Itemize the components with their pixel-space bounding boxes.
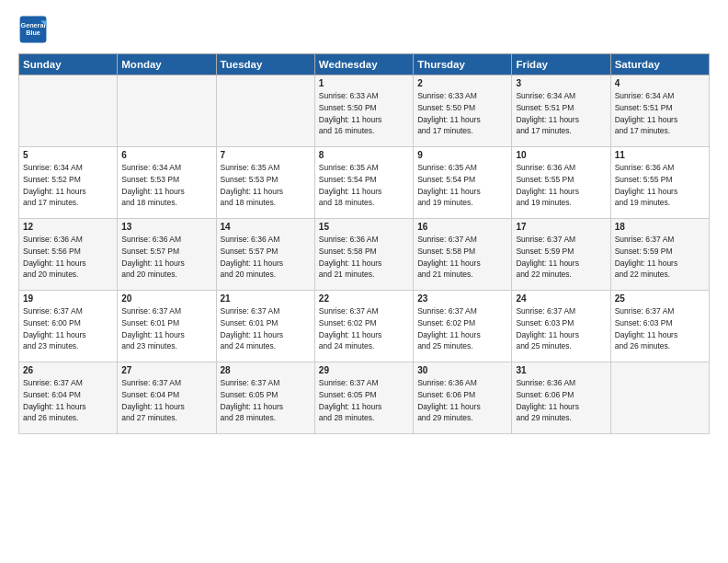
week-row-3: 12Sunrise: 6:36 AM Sunset: 5:56 PM Dayli…: [19, 219, 710, 291]
day-cell: 26Sunrise: 6:37 AM Sunset: 6:04 PM Dayli…: [19, 362, 118, 434]
calendar-table: SundayMondayTuesdayWednesdayThursdayFrid…: [18, 53, 710, 434]
day-cell: 27Sunrise: 6:37 AM Sunset: 6:04 PM Dayli…: [118, 362, 216, 434]
day-number: 7: [221, 150, 311, 160]
day-number: 11: [615, 150, 705, 160]
day-number: 25: [615, 293, 705, 304]
day-info: Sunrise: 6:37 AM Sunset: 5:59 PM Dayligh…: [516, 234, 606, 281]
day-number: 2: [417, 78, 507, 88]
day-number: 19: [23, 293, 113, 304]
day-info: Sunrise: 6:36 AM Sunset: 5:57 PM Dayligh…: [221, 234, 311, 281]
day-cell: 9Sunrise: 6:35 AM Sunset: 5:54 PM Daylig…: [414, 147, 512, 219]
day-cell: 20Sunrise: 6:37 AM Sunset: 6:01 PM Dayli…: [118, 291, 216, 362]
day-cell: 16Sunrise: 6:37 AM Sunset: 5:58 PM Dayli…: [414, 219, 512, 291]
day-number: 30: [417, 365, 507, 375]
day-cell: 5Sunrise: 6:34 AM Sunset: 5:52 PM Daylig…: [19, 147, 118, 219]
day-info: Sunrise: 6:37 AM Sunset: 6:05 PM Dayligh…: [319, 377, 409, 424]
day-info: Sunrise: 6:33 AM Sunset: 5:50 PM Dayligh…: [417, 90, 507, 137]
day-info: Sunrise: 6:37 AM Sunset: 6:01 PM Dayligh…: [221, 305, 311, 352]
day-info: Sunrise: 6:37 AM Sunset: 5:58 PM Dayligh…: [417, 234, 507, 281]
day-cell: 4Sunrise: 6:34 AM Sunset: 5:51 PM Daylig…: [610, 75, 709, 147]
day-number: 22: [319, 293, 409, 304]
day-cell: 8Sunrise: 6:35 AM Sunset: 5:54 PM Daylig…: [314, 147, 413, 219]
day-info: Sunrise: 6:37 AM Sunset: 5:59 PM Dayligh…: [615, 234, 705, 281]
day-cell: 3Sunrise: 6:34 AM Sunset: 5:51 PM Daylig…: [512, 75, 610, 147]
day-cell: 29Sunrise: 6:37 AM Sunset: 6:05 PM Dayli…: [314, 362, 413, 434]
day-number: 18: [615, 222, 705, 232]
day-cell: 14Sunrise: 6:36 AM Sunset: 5:57 PM Dayli…: [216, 219, 314, 291]
day-info: Sunrise: 6:36 AM Sunset: 6:06 PM Dayligh…: [516, 377, 606, 424]
day-number: 29: [319, 365, 409, 375]
day-number: 1: [319, 78, 409, 88]
day-info: Sunrise: 6:35 AM Sunset: 5:53 PM Dayligh…: [221, 162, 311, 209]
week-row-2: 5Sunrise: 6:34 AM Sunset: 5:52 PM Daylig…: [19, 147, 710, 219]
day-number: 20: [121, 293, 211, 304]
day-cell: 24Sunrise: 6:37 AM Sunset: 6:03 PM Dayli…: [512, 291, 610, 362]
day-info: Sunrise: 6:34 AM Sunset: 5:51 PM Dayligh…: [516, 90, 606, 137]
day-number: 26: [23, 365, 113, 375]
day-info: Sunrise: 6:37 AM Sunset: 6:01 PM Dayligh…: [121, 305, 211, 352]
weekday-header-thursday: Thursday: [414, 54, 512, 75]
day-info: Sunrise: 6:37 AM Sunset: 6:02 PM Dayligh…: [417, 305, 507, 352]
weekday-header-tuesday: Tuesday: [216, 54, 314, 75]
weekday-header-wednesday: Wednesday: [314, 54, 413, 75]
day-info: Sunrise: 6:36 AM Sunset: 5:58 PM Dayligh…: [319, 234, 409, 281]
day-number: 14: [221, 222, 311, 232]
day-cell: 28Sunrise: 6:37 AM Sunset: 6:05 PM Dayli…: [216, 362, 314, 434]
day-cell: 2Sunrise: 6:33 AM Sunset: 5:50 PM Daylig…: [414, 75, 512, 147]
day-cell: 19Sunrise: 6:37 AM Sunset: 6:00 PM Dayli…: [19, 291, 118, 362]
day-info: Sunrise: 6:36 AM Sunset: 5:55 PM Dayligh…: [516, 162, 606, 209]
day-number: 23: [417, 293, 507, 304]
day-number: 5: [23, 150, 113, 160]
weekday-header-sunday: Sunday: [19, 54, 118, 75]
day-number: 17: [516, 222, 606, 232]
day-number: 6: [121, 150, 211, 160]
day-number: 15: [319, 222, 409, 232]
day-cell: [216, 75, 314, 147]
day-cell: 25Sunrise: 6:37 AM Sunset: 6:03 PM Dayli…: [610, 291, 709, 362]
calendar-page: General Blue SundayMondayTuesdayWednesda…: [0, 0, 728, 563]
day-number: 8: [319, 150, 409, 160]
day-cell: 11Sunrise: 6:36 AM Sunset: 5:55 PM Dayli…: [610, 147, 709, 219]
weekday-header-monday: Monday: [118, 54, 216, 75]
day-number: 13: [121, 222, 211, 232]
day-cell: 1Sunrise: 6:33 AM Sunset: 5:50 PM Daylig…: [314, 75, 413, 147]
day-info: Sunrise: 6:37 AM Sunset: 6:05 PM Dayligh…: [221, 377, 311, 424]
day-number: 16: [417, 222, 507, 232]
day-number: 21: [221, 293, 311, 304]
day-cell: 7Sunrise: 6:35 AM Sunset: 5:53 PM Daylig…: [216, 147, 314, 219]
calendar-header: SundayMondayTuesdayWednesdayThursdayFrid…: [19, 54, 710, 75]
day-info: Sunrise: 6:36 AM Sunset: 5:55 PM Dayligh…: [615, 162, 705, 209]
day-number: 31: [516, 365, 606, 375]
day-cell: 21Sunrise: 6:37 AM Sunset: 6:01 PM Dayli…: [216, 291, 314, 362]
day-cell: 13Sunrise: 6:36 AM Sunset: 5:57 PM Dayli…: [118, 219, 216, 291]
day-info: Sunrise: 6:37 AM Sunset: 6:02 PM Dayligh…: [319, 305, 409, 352]
day-cell: 22Sunrise: 6:37 AM Sunset: 6:02 PM Dayli…: [314, 291, 413, 362]
calendar-body: 1Sunrise: 6:33 AM Sunset: 5:50 PM Daylig…: [19, 75, 710, 434]
day-info: Sunrise: 6:37 AM Sunset: 6:03 PM Dayligh…: [615, 305, 705, 352]
weekday-row: SundayMondayTuesdayWednesdayThursdayFrid…: [19, 54, 710, 75]
day-cell: 12Sunrise: 6:36 AM Sunset: 5:56 PM Dayli…: [19, 219, 118, 291]
day-info: Sunrise: 6:34 AM Sunset: 5:53 PM Dayligh…: [121, 162, 211, 209]
day-info: Sunrise: 6:33 AM Sunset: 5:50 PM Dayligh…: [319, 90, 409, 137]
weekday-header-friday: Friday: [512, 54, 610, 75]
day-info: Sunrise: 6:37 AM Sunset: 6:04 PM Dayligh…: [23, 377, 113, 424]
day-info: Sunrise: 6:35 AM Sunset: 5:54 PM Dayligh…: [319, 162, 409, 209]
day-cell: [118, 75, 216, 147]
week-row-4: 19Sunrise: 6:37 AM Sunset: 6:00 PM Dayli…: [19, 291, 710, 362]
day-info: Sunrise: 6:36 AM Sunset: 5:57 PM Dayligh…: [121, 234, 211, 281]
day-info: Sunrise: 6:37 AM Sunset: 6:00 PM Dayligh…: [23, 305, 113, 352]
day-info: Sunrise: 6:37 AM Sunset: 6:03 PM Dayligh…: [516, 305, 606, 352]
week-row-1: 1Sunrise: 6:33 AM Sunset: 5:50 PM Daylig…: [19, 75, 710, 147]
week-row-5: 26Sunrise: 6:37 AM Sunset: 6:04 PM Dayli…: [19, 362, 710, 434]
day-cell: 23Sunrise: 6:37 AM Sunset: 6:02 PM Dayli…: [414, 291, 512, 362]
day-number: 10: [516, 150, 606, 160]
day-info: Sunrise: 6:35 AM Sunset: 5:54 PM Dayligh…: [417, 162, 507, 209]
weekday-header-saturday: Saturday: [610, 54, 709, 75]
day-info: Sunrise: 6:36 AM Sunset: 5:56 PM Dayligh…: [23, 234, 113, 281]
day-cell: 10Sunrise: 6:36 AM Sunset: 5:55 PM Dayli…: [512, 147, 610, 219]
day-number: 28: [221, 365, 311, 375]
day-info: Sunrise: 6:37 AM Sunset: 6:04 PM Dayligh…: [121, 377, 211, 424]
logo: General Blue: [18, 15, 51, 44]
day-number: 9: [417, 150, 507, 160]
day-cell: 15Sunrise: 6:36 AM Sunset: 5:58 PM Dayli…: [314, 219, 413, 291]
